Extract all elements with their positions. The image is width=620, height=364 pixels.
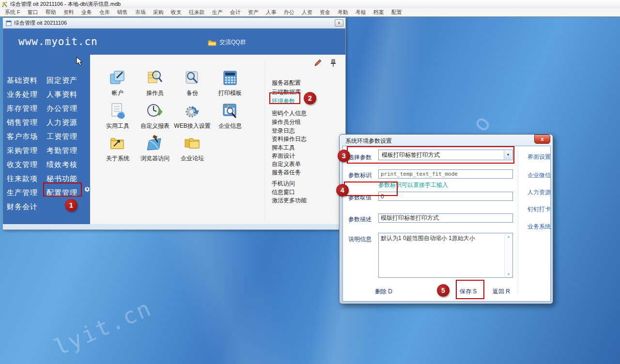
param-select-dropdown[interactable]: 模板打印标签打印方式 ▼ bbox=[378, 150, 513, 160]
manual-input-hint-link[interactable]: 参数标识可以直接手工输入 bbox=[378, 181, 448, 189]
param-ident-input[interactable] bbox=[378, 169, 513, 179]
menu-item[interactable]: 资料 bbox=[63, 9, 74, 16]
scroll-down-icon[interactable]: ▼ bbox=[507, 273, 511, 276]
link-env-params[interactable]: 环境参数 bbox=[272, 97, 295, 106]
tool-utility[interactable]: 实用工具 bbox=[98, 102, 137, 130]
side-link-wecom[interactable]: 企业微信 bbox=[527, 171, 551, 180]
sidebar-item-peizhiguanli[interactable]: 配置管理 bbox=[46, 185, 78, 199]
menu-item[interactable]: 帮助 bbox=[46, 9, 56, 16]
sidebar-item-gudingzichan[interactable]: 固定资产 bbox=[46, 73, 78, 87]
select-param-label: 选择参数 bbox=[348, 153, 372, 162]
param-select-value: 模板打印标签打印方式 bbox=[382, 152, 440, 158]
tool-custom-report[interactable]: 自定义报表 bbox=[136, 102, 174, 130]
sidebar-item-jichuziliao[interactable]: 基础资料 bbox=[7, 73, 38, 87]
link-script-tool[interactable]: 脚本工具 bbox=[272, 144, 295, 152]
sidebar-item-wanglaikuanxiang[interactable]: 往来款项 bbox=[7, 171, 38, 185]
scroll-up-icon[interactable]: ▲ bbox=[507, 235, 511, 238]
pin-icon[interactable] bbox=[330, 59, 337, 67]
param-desc-input[interactable] bbox=[378, 213, 513, 223]
tool-label: 自定义报表 bbox=[136, 122, 174, 130]
tool-company-forum[interactable]: 企业论坛 bbox=[173, 135, 212, 163]
menu-item[interactable]: 仓库 bbox=[99, 9, 110, 16]
window-close-button[interactable]: x bbox=[335, 19, 343, 27]
link-ui-design[interactable]: 界面设计 bbox=[272, 152, 295, 160]
app-titlebar: 综合管理 oit 20211106 - 本地-db\演示信息.mdb bbox=[0, 0, 620, 8]
menu-item[interactable]: 人资 bbox=[302, 9, 312, 16]
tool-about-system[interactable]: 关于系统 bbox=[98, 135, 137, 163]
menu-item[interactable]: 资金 bbox=[320, 9, 330, 16]
link-login-log[interactable]: 登录日志 bbox=[272, 127, 295, 135]
tool-browser-access[interactable]: 浏览器访问 bbox=[136, 135, 174, 163]
back-button[interactable]: 返回 R bbox=[493, 288, 510, 296]
menu-item[interactable]: 办公 bbox=[284, 9, 294, 16]
utility-icon bbox=[109, 102, 126, 121]
link-activate-more[interactable]: 激活更多功能 bbox=[272, 197, 307, 205]
sidebar-item-mishugongneng[interactable]: 秘书功能 bbox=[46, 171, 78, 185]
link-custom-form[interactable]: 自定义表单 bbox=[272, 160, 301, 168]
menu-item[interactable]: 配置 bbox=[391, 9, 402, 16]
menu-item[interactable]: 往来款 bbox=[189, 9, 205, 16]
menu-item[interactable]: 会计 bbox=[230, 9, 241, 16]
sidebar-item-xiaoshouguanli[interactable]: 销售管理 bbox=[7, 115, 38, 129]
sidebar-item-yewuchuli[interactable]: 业务处理 bbox=[7, 87, 38, 101]
param-value-input[interactable] bbox=[378, 192, 513, 201]
info-textarea[interactable]: 默认为1 0超范围自动缩小 1原始大小 bbox=[379, 233, 504, 277]
link-server-task[interactable]: 服务器任务 bbox=[272, 168, 301, 177]
tool-web-access[interactable]: WEB接入设置 bbox=[173, 102, 212, 130]
menu-item[interactable]: 收支 bbox=[171, 9, 182, 16]
sidebar-item-shengchanguanli[interactable]: 生产管理 bbox=[7, 185, 38, 199]
tool-label: 企业信息 bbox=[211, 122, 249, 130]
tool-operator[interactable]: 操作员 bbox=[136, 69, 174, 97]
side-link-ui-settings[interactable]: 界面设置 bbox=[527, 153, 551, 161]
side-link-business-system[interactable]: 业务系统 bbox=[527, 223, 551, 231]
sidebar-item-caigouguanli[interactable]: 采购管理 bbox=[7, 143, 38, 157]
param-desc-label: 参数描述 bbox=[348, 215, 372, 224]
sidebar-item-kehushichang[interactable]: 客户市场 bbox=[7, 129, 38, 143]
menu-item[interactable]: 档案 bbox=[373, 9, 384, 16]
delete-button[interactable]: 删除 D bbox=[375, 288, 392, 296]
tool-company-info[interactable]: 企业信息 bbox=[211, 102, 249, 130]
menu-item[interactable]: 销售 bbox=[117, 9, 128, 16]
sidebar-item-shouzhiguanli[interactable]: 收支管理 bbox=[7, 157, 38, 171]
menu-item[interactable]: 人事 bbox=[266, 9, 277, 16]
menu-item[interactable]: 采购 bbox=[153, 9, 164, 16]
param-ident-label: 参数标识 bbox=[348, 171, 372, 180]
qq-group-link[interactable]: 交流QQ群 bbox=[208, 38, 246, 46]
sidebar-item-jixiaokaohe[interactable]: 绩效考核 bbox=[46, 157, 78, 171]
tool-print-template[interactable]: 打印模板 bbox=[211, 69, 249, 97]
menu-item[interactable]: 业务 bbox=[81, 9, 92, 16]
busy-cursor-icon bbox=[83, 185, 91, 193]
link-server-config[interactable]: 服务器配置 bbox=[272, 79, 301, 87]
menu-item[interactable]: 窗口 bbox=[28, 9, 38, 16]
link-info-window[interactable]: 信息窗口 bbox=[272, 188, 295, 197]
menu-item[interactable]: 资产 bbox=[248, 9, 259, 16]
chevron-down-icon[interactable]: ▼ bbox=[504, 151, 512, 159]
tool-backup[interactable]: 备份 bbox=[173, 69, 212, 97]
link-password-info[interactable]: 密码个人信息 bbox=[272, 109, 307, 118]
scrollbar[interactable]: ▲▼ bbox=[504, 233, 512, 277]
link-operator-groups[interactable]: 操作员分组 bbox=[272, 118, 301, 126]
link-cloud-database[interactable]: 云端数据库 bbox=[272, 88, 301, 96]
side-link-hr[interactable]: 人力资源 bbox=[527, 188, 551, 197]
sidebar-item-kucunguanli[interactable]: 库存管理 bbox=[7, 101, 38, 115]
sidebar-item-caiwukuaiji[interactable]: 财务会计 bbox=[7, 199, 38, 213]
side-link-dingtalk[interactable]: 钉钉打卡 bbox=[527, 205, 551, 213]
link-data-op-log[interactable]: 资料操作日志 bbox=[272, 135, 307, 143]
tool-account[interactable]: 帐户 bbox=[98, 69, 137, 97]
sidebar-item-kaoqinguanli[interactable]: 考勤管理 bbox=[46, 143, 78, 157]
sidebar-item-bangongguanli[interactable]: 办公管理 bbox=[46, 101, 78, 115]
edit-pen-icon[interactable] bbox=[313, 59, 322, 67]
menu-item[interactable]: 考勤 bbox=[338, 9, 348, 16]
menu-item[interactable]: 系统 F bbox=[5, 9, 20, 16]
menu-item[interactable]: 考核 bbox=[356, 9, 366, 16]
link-mobile-access[interactable]: 手机访问 bbox=[272, 180, 295, 188]
sidebar-item-renshiziliao[interactable]: 人事资料 bbox=[46, 87, 78, 101]
sidebar-item-gongziguanli[interactable]: 工资管理 bbox=[46, 129, 78, 143]
qq-group-label: 交流QQ群 bbox=[219, 38, 246, 46]
sidebar-item-renliziyuan[interactable]: 人力资源 bbox=[46, 115, 78, 129]
menu-item[interactable]: 市场 bbox=[135, 9, 146, 16]
dialog-close-button[interactable]: x bbox=[534, 135, 550, 144]
mouse-cursor-icon bbox=[76, 57, 83, 66]
save-button[interactable]: 保存 S bbox=[460, 288, 477, 296]
menu-item[interactable]: 生产 bbox=[212, 9, 223, 16]
